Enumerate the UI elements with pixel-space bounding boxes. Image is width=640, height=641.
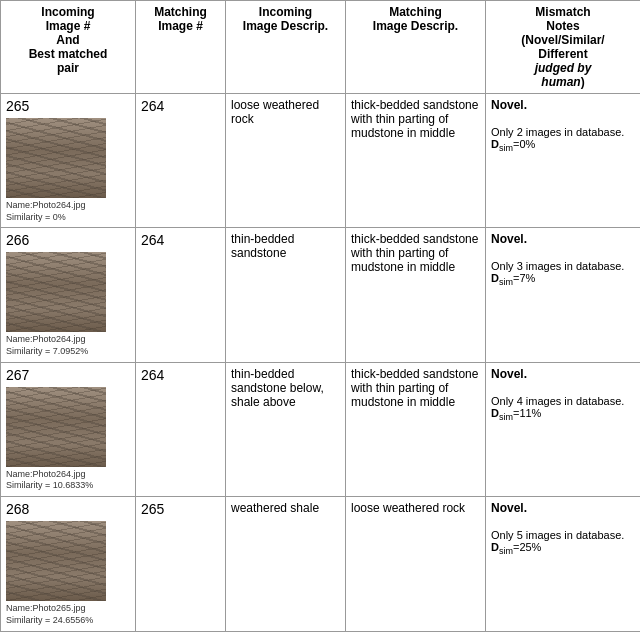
mismatch-body: Only 2 images in database. xyxy=(491,126,635,138)
mismatch-title: Novel. xyxy=(491,98,635,112)
rock-image xyxy=(6,521,106,601)
cell-mismatch-notes: Novel. Only 4 images in database. Dsim=1… xyxy=(486,362,641,496)
mismatch-title: Novel. xyxy=(491,367,635,381)
incoming-description: loose weathered rock xyxy=(231,98,319,126)
cell-incoming-image: 266 Name:Photo264.jpgSimilarity = 7.0952… xyxy=(1,228,136,362)
cell-matching-num: 264 xyxy=(136,362,226,496)
cell-matching-desc: thick-bedded sandstone with thin parting… xyxy=(346,94,486,228)
header-matching-num: MatchingImage # xyxy=(136,1,226,94)
incoming-number: 267 xyxy=(6,367,130,383)
matching-description: thick-bedded sandstone with thin parting… xyxy=(351,232,478,274)
matching-description: thick-bedded sandstone with thin parting… xyxy=(351,98,478,140)
header-incoming: IncomingImage #AndBest matchedpair xyxy=(1,1,136,94)
rock-image xyxy=(6,387,106,467)
matching-number: 264 xyxy=(141,367,164,383)
table-row: 268 Name:Photo265.jpgSimilarity = 24.655… xyxy=(1,497,641,631)
cell-incoming-desc: thin-bedded sandstone xyxy=(226,228,346,362)
rock-image xyxy=(6,118,106,198)
image-caption: Name:Photo264.jpgSimilarity = 10.6833% xyxy=(6,469,130,492)
cell-incoming-image: 265 Name:Photo264.jpgSimilarity = 0% xyxy=(1,94,136,228)
incoming-description: thin-bedded sandstone xyxy=(231,232,294,260)
matching-description: loose weathered rock xyxy=(351,501,465,515)
cell-incoming-image: 267 Name:Photo264.jpgSimilarity = 10.683… xyxy=(1,362,136,496)
mismatch-title: Novel. xyxy=(491,501,635,515)
rock-image xyxy=(6,252,106,332)
mismatch-title: Novel. xyxy=(491,232,635,246)
matching-description: thick-bedded sandstone with thin parting… xyxy=(351,367,478,409)
header-mismatch: Mismatch Notes (Novel/Similar/Different … xyxy=(486,1,641,94)
header-matching-desc: MatchingImage Descrip. xyxy=(346,1,486,94)
cell-matching-desc: thick-bedded sandstone with thin parting… xyxy=(346,228,486,362)
matching-number: 264 xyxy=(141,232,164,248)
mismatch-body: Only 4 images in database. xyxy=(491,395,635,407)
cell-matching-desc: thick-bedded sandstone with thin parting… xyxy=(346,362,486,496)
cell-matching-num: 264 xyxy=(136,228,226,362)
cell-incoming-image: 268 Name:Photo265.jpgSimilarity = 24.655… xyxy=(1,497,136,631)
table-row: 265 Name:Photo264.jpgSimilarity = 0% 264… xyxy=(1,94,641,228)
cell-incoming-desc: loose weathered rock xyxy=(226,94,346,228)
incoming-number: 265 xyxy=(6,98,130,114)
dsim-value: Dsim=25% xyxy=(491,541,635,556)
mismatch-body: Only 3 images in database. xyxy=(491,260,635,272)
cell-matching-num: 264 xyxy=(136,94,226,228)
incoming-number: 266 xyxy=(6,232,130,248)
matching-number: 265 xyxy=(141,501,164,517)
cell-matching-num: 265 xyxy=(136,497,226,631)
incoming-number: 268 xyxy=(6,501,130,517)
incoming-description: thin-bedded sandstone below, shale above xyxy=(231,367,324,409)
header-incoming-desc: IncomingImage Descrip. xyxy=(226,1,346,94)
dsim-value: Dsim=7% xyxy=(491,272,635,287)
dsim-value: Dsim=0% xyxy=(491,138,635,153)
cell-incoming-desc: weathered shale xyxy=(226,497,346,631)
cell-mismatch-notes: Novel. Only 2 images in database. Dsim=0… xyxy=(486,94,641,228)
image-caption: Name:Photo264.jpgSimilarity = 7.0952% xyxy=(6,334,130,357)
table-row: 267 Name:Photo264.jpgSimilarity = 10.683… xyxy=(1,362,641,496)
image-caption: Name:Photo265.jpgSimilarity = 24.6556% xyxy=(6,603,130,626)
cell-incoming-desc: thin-bedded sandstone below, shale above xyxy=(226,362,346,496)
dsim-value: Dsim=11% xyxy=(491,407,635,422)
image-caption: Name:Photo264.jpgSimilarity = 0% xyxy=(6,200,130,223)
cell-mismatch-notes: Novel. Only 3 images in database. Dsim=7… xyxy=(486,228,641,362)
cell-mismatch-notes: Novel. Only 5 images in database. Dsim=2… xyxy=(486,497,641,631)
cell-matching-desc: loose weathered rock xyxy=(346,497,486,631)
incoming-description: weathered shale xyxy=(231,501,319,515)
matching-number: 264 xyxy=(141,98,164,114)
table-row: 266 Name:Photo264.jpgSimilarity = 7.0952… xyxy=(1,228,641,362)
mismatch-body: Only 5 images in database. xyxy=(491,529,635,541)
